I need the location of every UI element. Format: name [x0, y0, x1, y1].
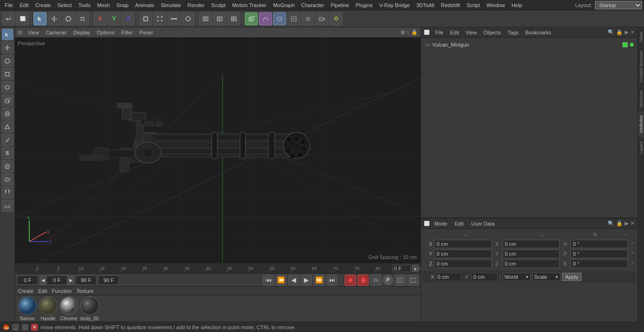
triangle-left-tool[interactable]	[1, 121, 14, 133]
rotate-left-tool[interactable]	[1, 55, 14, 67]
vtab-layers[interactable]: Layers	[638, 137, 644, 158]
menu-motiontracker[interactable]: Motion Tracker	[229, 1, 269, 9]
menu-mesh[interactable]: Mesh	[94, 1, 113, 9]
attr-tab-userdata[interactable]: User Data	[470, 220, 497, 227]
loft-left-tool[interactable]	[1, 107, 14, 120]
menu-window[interactable]: Window	[484, 1, 508, 9]
object-mode-button[interactable]	[139, 12, 152, 25]
x-axis-button[interactable]: X	[93, 12, 107, 25]
move-left-tool[interactable]	[1, 41, 14, 54]
vtab-structure[interactable]: Structure	[638, 86, 644, 112]
material-tab-texture[interactable]: Texture	[76, 288, 93, 294]
viewport-inner[interactable]: Perspective	[15, 38, 421, 263]
undo-button[interactable]: ↩	[2, 12, 15, 25]
viewport-nav-filter[interactable]: Filter	[120, 29, 134, 36]
b-field[interactable]: 0 °	[570, 259, 628, 268]
film-strip-button[interactable]	[407, 275, 419, 286]
motion-clip-button[interactable]	[395, 275, 406, 286]
obj-tab-objects[interactable]: Objects	[480, 29, 504, 36]
p-field[interactable]: 0 °	[570, 250, 628, 258]
menu-snap[interactable]: Snap	[114, 1, 132, 9]
camera-button[interactable]	[315, 12, 329, 25]
pen-left-tool[interactable]	[1, 134, 14, 146]
panel-search-icon[interactable]: 🔍	[608, 29, 614, 35]
attr-tab-edit[interactable]: Edit	[453, 220, 466, 227]
status-close-icon[interactable]: ✕	[31, 324, 38, 331]
frame-next-arrow[interactable]: ▶	[67, 275, 74, 285]
object-tree-item-minigun[interactable]: L0 Vulcan_Minigun	[423, 40, 636, 50]
status-minimize-icon[interactable]: _	[12, 324, 19, 331]
interactive-render-button[interactable]	[213, 12, 226, 25]
select-tool-button[interactable]	[33, 12, 47, 25]
y-axis-button[interactable]: Y	[107, 12, 121, 25]
current-frame-field[interactable]: 0 F	[392, 265, 411, 272]
scale-tool-button[interactable]	[76, 12, 89, 25]
s-left-tool[interactable]: S	[1, 147, 14, 159]
tx-field[interactable]: 0 cm	[436, 273, 462, 281]
panel-arrow-icon[interactable]: ▶	[625, 29, 628, 35]
y-pos-field[interactable]: 0 cm	[434, 250, 492, 258]
record-button[interactable]	[345, 275, 356, 286]
extrude-left-tool[interactable]	[1, 94, 14, 106]
menu-tools[interactable]: Tools	[75, 1, 93, 9]
stop-record-button[interactable]	[357, 275, 369, 286]
attr-search-icon[interactable]: 🔍	[608, 220, 614, 227]
status-restore-icon[interactable]: □	[22, 324, 28, 331]
start-frame-field[interactable]: 0 F	[17, 275, 38, 285]
viewport-nav-cameras[interactable]: Cameras	[44, 29, 68, 36]
z-axis-button[interactable]: Z	[122, 12, 135, 25]
panel-lock-icon[interactable]: 🔒	[616, 29, 623, 35]
render-active-view-button[interactable]	[227, 12, 240, 25]
obj-tab-bookmarks[interactable]: Bookmarks	[522, 29, 554, 36]
apply-button[interactable]: Apply	[562, 273, 582, 281]
menu-help[interactable]: Help	[509, 1, 525, 9]
cube-primitive-button[interactable]	[245, 12, 258, 25]
scale-left-tool[interactable]	[1, 68, 14, 80]
viewport-nav-panel[interactable]: Panel	[138, 29, 154, 36]
play-forward-button[interactable]: ▶	[301, 275, 312, 286]
world-dropdown[interactable]: World ▼	[503, 273, 531, 281]
menu-3dtoall[interactable]: 3DToAll	[413, 1, 437, 9]
menu-simulate[interactable]: Simulate	[158, 1, 184, 9]
menu-vraybridge[interactable]: V-Ray Bridge	[377, 1, 413, 9]
spline-tool-button[interactable]	[259, 12, 272, 25]
tx2-field[interactable]: 0 cm	[471, 273, 497, 281]
material-tab-create[interactable]: Create	[18, 288, 33, 294]
h-field[interactable]: 0 °	[570, 240, 628, 248]
x-size-field[interactable]: 0 cm	[503, 240, 560, 248]
floor-left-tool[interactable]	[1, 200, 14, 212]
z-pos-field[interactable]: 0 cm	[434, 259, 492, 268]
attr-tab-mode[interactable]: Mode	[432, 220, 449, 227]
magnet-left-tool[interactable]	[1, 186, 14, 199]
menu-animate[interactable]: Animate	[132, 1, 157, 9]
menu-script[interactable]: Script	[464, 1, 483, 9]
vtab-content-browser[interactable]: Content Browser	[638, 47, 644, 86]
next-frame-button[interactable]: ⏩	[314, 275, 325, 286]
sculpt-left-tool[interactable]	[1, 173, 14, 186]
nurbs-button[interactable]	[273, 12, 286, 25]
point-mode-button[interactable]	[153, 12, 166, 25]
goto-start-button[interactable]: ⏮	[263, 275, 274, 286]
material-item-body00[interactable]: body_00	[80, 296, 99, 321]
material-item-handle[interactable]: Handle	[39, 296, 58, 321]
material-tab-edit[interactable]: Edit	[38, 288, 47, 294]
paint-left-tool[interactable]	[1, 160, 14, 172]
move-tool-button[interactable]	[48, 12, 61, 25]
play-back-button[interactable]: ◀	[288, 275, 299, 286]
obj-tab-tags[interactable]: Tags	[505, 29, 521, 36]
rotate-tool-button[interactable]	[62, 12, 75, 25]
viewport-nav-view[interactable]: View	[26, 29, 41, 36]
menu-plugins[interactable]: Plugins	[353, 1, 375, 9]
obj-tab-view[interactable]: View	[463, 29, 480, 36]
polygon-mode-button[interactable]	[182, 12, 195, 25]
menu-file[interactable]: File	[2, 1, 16, 9]
scale-dropdown[interactable]: Scale ▼	[532, 273, 561, 281]
end-frame-field1[interactable]: 90 F	[75, 275, 97, 285]
effector-button[interactable]	[287, 12, 300, 25]
polygon-left-tool[interactable]	[1, 81, 14, 93]
panel-close-icon[interactable]: ✕	[630, 29, 635, 35]
edge-mode-button[interactable]	[167, 12, 181, 25]
grid-button[interactable]	[301, 12, 314, 25]
menu-mograph[interactable]: MoGraph	[270, 1, 297, 9]
z-size-field[interactable]: 0 cm	[503, 259, 560, 268]
